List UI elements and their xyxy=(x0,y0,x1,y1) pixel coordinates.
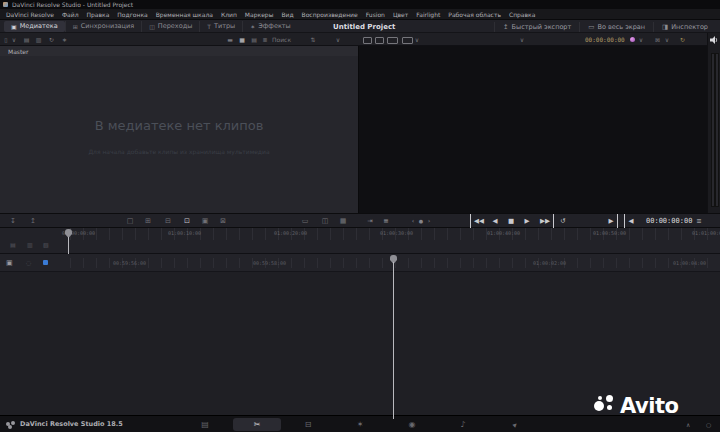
view-metadata-icon[interactable]: ≣ xyxy=(260,33,270,46)
quick-export-button[interactable]: ↥ Быстрый экспорт xyxy=(494,22,579,32)
sort-icon[interactable]: ⇅ xyxy=(308,33,318,46)
go-to-end-button[interactable]: ▶▶ xyxy=(538,214,554,229)
bin-master-label[interactable]: Master xyxy=(8,48,29,55)
boring-detector-icon[interactable]: ▦ xyxy=(338,214,348,229)
page-color-icon[interactable]: ◉ xyxy=(406,416,418,432)
ruler-label: 01:00:40:00 xyxy=(487,230,520,236)
timeline-clip-icon[interactable]: ▣ xyxy=(6,259,13,267)
menu-clip[interactable]: Клип xyxy=(221,11,237,18)
menu-view[interactable]: Вид xyxy=(281,11,293,18)
fit-to-fill-icon[interactable]: ▣ xyxy=(200,214,210,229)
viewer-timecode[interactable]: 00:00:00:00 xyxy=(585,33,623,46)
append-source-icon[interactable]: ↧ xyxy=(8,214,18,229)
view-list-icon[interactable]: ▤ xyxy=(249,33,259,46)
magic-mask-icon[interactable] xyxy=(630,37,635,42)
search-input[interactable]: Поиск xyxy=(272,33,296,46)
track-height-icon[interactable]: ▤ xyxy=(10,241,16,248)
ripple-overwrite-icon[interactable]: ⊠ xyxy=(218,214,228,229)
resync-icon[interactable]: ↻ xyxy=(47,33,56,46)
fullscreen-label: Во весь экран xyxy=(597,23,645,31)
replace-clip-icon[interactable]: ⊡ xyxy=(182,214,192,229)
media-pool-panel[interactable]: В медиатеке нет клипов Для начала добавь… xyxy=(0,56,358,213)
bypass-grades-icon[interactable]: ⊠ xyxy=(653,33,662,46)
menu-color[interactable]: Цвет xyxy=(393,11,408,18)
inspector-button[interactable]: ◨ Инспектор xyxy=(653,22,716,32)
clip-source-chevron-icon[interactable]: ∨ xyxy=(10,33,18,46)
go-to-start-button[interactable]: ◀◀ xyxy=(470,214,486,229)
tab-media-pool[interactable]: ▣ Медиатека xyxy=(4,21,65,32)
import-folder-icon[interactable]: ▥ xyxy=(34,33,43,46)
tab-titles[interactable]: T Титры xyxy=(199,21,242,32)
jog-left-icon[interactable]: ‹ xyxy=(410,214,416,229)
menu-file[interactable]: Файл xyxy=(62,11,79,18)
menu-edit[interactable]: Правка xyxy=(87,11,110,18)
zoom-timeline-ruler[interactable]: 00:59:56:00 00:59:58:00 01:00:02:00 01:0… xyxy=(0,254,720,272)
full-timeline-ruler[interactable]: 01:00:00:00 01:00:10:00 01:00:20:00 01:0… xyxy=(0,228,720,254)
bypass-chevron-icon[interactable]: ∨ xyxy=(663,33,671,46)
viewer-panel[interactable] xyxy=(358,46,707,213)
page-edit-icon[interactable]: ⊟ xyxy=(302,416,314,432)
menu-davinci-resolve[interactable]: DaVinci Resolve xyxy=(6,11,54,18)
insert-source-icon[interactable]: ↥ xyxy=(28,214,38,229)
menu-fusion[interactable]: Fusion xyxy=(366,11,385,18)
page-fairlight-icon[interactable]: ♪ xyxy=(457,416,469,432)
page-deliver-icon[interactable]: ▸ xyxy=(509,416,521,432)
audio-meters-panel[interactable] xyxy=(707,33,720,213)
inspector-label: Инспектор xyxy=(671,23,708,31)
menu-fairlight[interactable]: Fairlight xyxy=(416,11,440,18)
page-fusion-icon[interactable]: ✶ xyxy=(354,416,366,432)
loop-button[interactable]: ↺ xyxy=(558,214,568,229)
zoom-fit-icon[interactable]: ▥ xyxy=(27,241,33,248)
refresh-cache-icon[interactable]: ↻ xyxy=(678,33,687,46)
viewer-options-chevron-icon[interactable]: ∨ xyxy=(518,33,526,46)
tools-panel-icon[interactable]: ▭ xyxy=(300,214,310,229)
app-icon xyxy=(3,2,8,7)
play-button[interactable]: ▶ xyxy=(522,214,532,229)
razor-icon[interactable]: □ xyxy=(125,214,135,229)
pool-settings-icon[interactable]: ∗ xyxy=(60,33,69,46)
fullscreen-button[interactable]: ▭ Во весь экран xyxy=(579,22,653,32)
play-reverse-button[interactable]: ◀ xyxy=(490,214,500,229)
menu-trim[interactable]: Подгонка xyxy=(117,11,147,18)
next-edit-icon[interactable]: ▶ xyxy=(606,214,618,229)
viewer-display-icon[interactable] xyxy=(402,37,413,44)
menu-markers[interactable]: Маркеры xyxy=(245,11,274,18)
magic-mask-chevron-icon[interactable]: ∨ xyxy=(637,33,645,46)
jog-right-icon[interactable]: › xyxy=(426,214,432,229)
smart-insert-icon[interactable]: ⇥ xyxy=(364,214,376,229)
viewer-mode-source-icon[interactable] xyxy=(363,37,372,44)
timeline-options-icon[interactable]: ≡ xyxy=(694,214,704,229)
camera-icon[interactable]: ◫ xyxy=(320,214,330,229)
page-media-icon[interactable]: ▤ xyxy=(199,416,211,432)
viewer-display-chevron-icon[interactable]: ∨ xyxy=(413,33,421,46)
menu-timeline[interactable]: Временная шкала xyxy=(156,11,213,18)
fullscreen-icon: ▭ xyxy=(588,23,594,31)
prev-edit-icon[interactable]: ◀ xyxy=(624,214,636,229)
tab-transitions[interactable]: ◫ Переходы xyxy=(141,21,199,32)
tab-effects[interactable]: ✶ Эффекты xyxy=(242,21,298,32)
transport-timecode[interactable]: 00:00:00:00 xyxy=(646,214,690,229)
menu-help[interactable]: Справка xyxy=(509,11,535,18)
clip-source-icon[interactable]: ▯ xyxy=(2,33,10,46)
page-cut-icon[interactable]: ✂ xyxy=(251,416,263,432)
timeline-tools-icon[interactable]: ≣ xyxy=(380,214,392,229)
view-grid-icon[interactable]: ▦ xyxy=(237,33,247,46)
overwrite-clip-icon[interactable]: ⊟ xyxy=(163,214,173,229)
playhead-line[interactable] xyxy=(393,262,394,419)
audio-track-icon[interactable]: ◌ xyxy=(26,259,31,266)
view-strip-icon[interactable]: ▬ xyxy=(225,33,235,46)
snapping-icon[interactable]: ▧ xyxy=(43,241,49,248)
track-color-dot[interactable] xyxy=(43,260,48,265)
stop-button[interactable]: ■ xyxy=(506,214,516,229)
viewer-mode-tape-icon[interactable] xyxy=(375,37,384,44)
menu-playback[interactable]: Воспроизведение xyxy=(302,11,358,18)
tab-sync[interactable]: ⊞ Синхронизация xyxy=(65,21,141,32)
insert-clip-icon[interactable]: ⊞ xyxy=(143,214,153,229)
ruler-label: 00:59:56:00 xyxy=(113,260,146,266)
tab-media-pool-label: Медиатека xyxy=(20,22,58,30)
pool-more-chevron-icon[interactable]: ∨ xyxy=(333,33,343,46)
viewer-mode-timeline-icon[interactable] xyxy=(387,37,398,44)
jog-dot-icon[interactable]: ● xyxy=(418,214,424,229)
menu-workspace[interactable]: Рабочая область xyxy=(448,11,501,18)
import-media-icon[interactable]: ▤ xyxy=(22,33,31,46)
